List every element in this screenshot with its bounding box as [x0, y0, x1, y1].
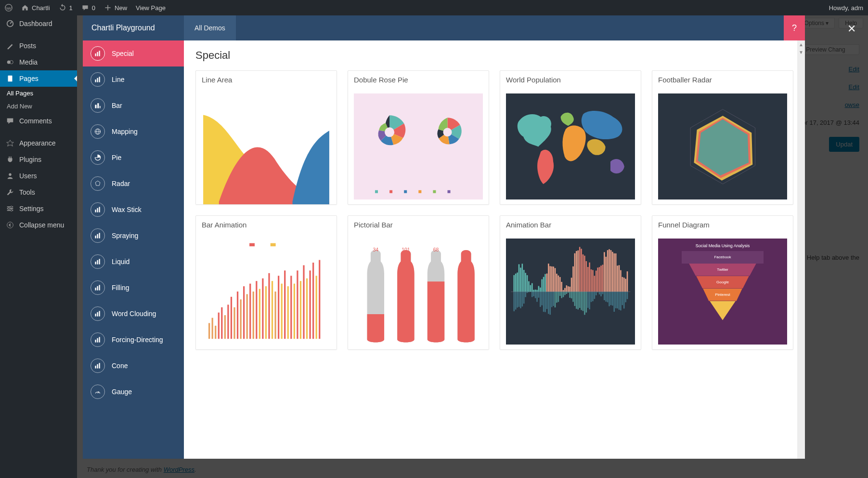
svg-rect-132	[538, 292, 539, 297]
wp-logo[interactable]	[5, 4, 13, 12]
svg-rect-52	[433, 190, 436, 193]
svg-rect-145	[549, 266, 551, 292]
card-footballer-radar[interactable]: Footballer Radar	[652, 70, 793, 205]
svg-rect-151	[554, 268, 556, 292]
svg-rect-106	[517, 292, 518, 307]
sidebar-item-special[interactable]: Special	[83, 40, 184, 66]
svg-rect-109	[520, 267, 521, 292]
svg-rect-64	[218, 313, 220, 339]
menu-posts[interactable]: Posts	[0, 38, 77, 54]
svg-rect-147	[551, 266, 553, 292]
tab-all-demos[interactable]: All Demos	[184, 15, 236, 40]
svg-rect-142	[546, 292, 547, 309]
menu-appearance[interactable]: Appearance	[0, 135, 77, 151]
svg-rect-135	[541, 279, 543, 292]
scroll-up-icon[interactable]: ▲	[797, 40, 805, 48]
sidebar-item-wax-stick[interactable]: Wax Stick	[83, 197, 184, 223]
svg-rect-138	[543, 292, 544, 312]
svg-rect-181	[579, 247, 581, 292]
svg-rect-17	[97, 78, 98, 82]
svg-rect-77	[259, 289, 260, 339]
card-animation-bar[interactable]: Animation Bar	[500, 215, 641, 350]
card-funnel-diagram[interactable]: Funnel Diagram Social Media Using Analys…	[652, 215, 793, 350]
card-pictorial-bar[interactable]: Pictorial Bar	[348, 215, 489, 350]
svg-rect-193	[589, 262, 590, 292]
sidebar-item-pie[interactable]: Pie	[83, 145, 184, 171]
svg-rect-102	[513, 292, 515, 311]
svg-point-12	[7, 222, 13, 228]
svg-rect-90	[300, 281, 301, 339]
svg-rect-36	[95, 314, 96, 317]
updates-link[interactable]: 1	[59, 4, 73, 12]
sidebar-item-filling[interactable]: Filling	[83, 275, 184, 301]
svg-rect-143	[548, 264, 549, 292]
chart-icon	[91, 72, 105, 87]
svg-rect-73	[246, 294, 248, 339]
modal-help-button[interactable]: ?	[784, 15, 805, 40]
menu-users[interactable]: Users	[0, 168, 77, 184]
svg-rect-133	[540, 287, 541, 292]
modal-scrollbar[interactable]: ▲ ▼	[797, 40, 805, 459]
sidebar-item-liquid[interactable]: Liquid	[83, 249, 184, 275]
card-title: Funnel Diagram	[652, 216, 793, 234]
sidebar-item-word-clouding[interactable]: Word Clouding	[83, 301, 184, 327]
svg-rect-198	[592, 292, 594, 301]
svg-rect-104	[515, 292, 517, 309]
card-line-area[interactable]: Line Area	[195, 70, 337, 205]
funnel-segment	[710, 301, 736, 320]
svg-rect-51	[418, 190, 421, 193]
svg-rect-210	[602, 292, 603, 294]
svg-rect-175	[574, 253, 575, 292]
svg-rect-141	[546, 273, 547, 292]
howdy-user[interactable]: Howdy, adm	[829, 4, 863, 12]
svg-rect-179	[577, 250, 579, 292]
card-title: World Population	[500, 71, 641, 89]
svg-rect-237	[625, 279, 626, 292]
menu-comments[interactable]: Comments	[0, 113, 77, 129]
svg-rect-167	[568, 286, 569, 292]
svg-rect-192	[587, 292, 589, 307]
menu-settings[interactable]: Settings	[0, 200, 77, 217]
svg-rect-37	[97, 312, 98, 317]
submenu-add-new-page[interactable]: Add New	[0, 100, 77, 113]
card-bar-animation[interactable]: Bar Animation	[195, 215, 337, 350]
menu-pages[interactable]: Pages	[0, 70, 77, 87]
svg-rect-216	[607, 292, 609, 302]
comments-link[interactable]: 0	[81, 4, 95, 12]
modal-sidebar: Special Line Bar Mapping Pie Radar Wax S…	[83, 40, 184, 459]
svg-point-10	[8, 208, 10, 210]
menu-dashboard[interactable]: Dashboard	[0, 15, 77, 32]
menu-media[interactable]: Media	[0, 54, 77, 70]
view-page-link[interactable]: View Page	[136, 4, 166, 12]
svg-rect-129	[536, 290, 538, 292]
svg-rect-158	[559, 292, 561, 296]
svg-rect-197	[592, 270, 594, 292]
card-world-population[interactable]: World Population	[500, 70, 641, 205]
submenu-all-pages[interactable]: All Pages	[0, 87, 77, 100]
close-icon[interactable]: ✕	[847, 23, 856, 35]
card-double-rose-pie[interactable]: Dobule Rose Pie	[348, 70, 489, 205]
scroll-down-icon[interactable]: ▼	[797, 48, 805, 56]
menu-collapse[interactable]: Collapse menu	[0, 217, 77, 233]
svg-rect-86	[287, 286, 289, 339]
svg-rect-29	[99, 233, 100, 238]
sidebar-item-line[interactable]: Line	[83, 66, 184, 93]
sidebar-item-forcing-directing[interactable]: Forcing-Directing	[83, 327, 184, 353]
sidebar-item-radar[interactable]: Radar	[83, 171, 184, 197]
svg-rect-40	[97, 338, 98, 343]
svg-rect-65	[221, 307, 222, 339]
svg-rect-124	[531, 292, 533, 297]
sidebar-item-bar[interactable]: Bar	[83, 93, 184, 119]
sidebar-item-gauge[interactable]: Gauge	[83, 379, 184, 405]
svg-rect-205	[598, 267, 600, 292]
funnel-segment: Twitter	[689, 264, 756, 276]
new-label: New	[115, 4, 127, 12]
sidebar-item-spraying[interactable]: Spraying	[83, 223, 184, 249]
svg-rect-111	[521, 264, 523, 292]
sidebar-item-mapping[interactable]: Mapping	[83, 119, 184, 145]
new-link[interactable]: New	[104, 4, 127, 12]
site-home-link[interactable]: Chartli	[21, 4, 50, 12]
menu-tools[interactable]: Tools	[0, 184, 77, 200]
sidebar-item-cone[interactable]: Cone	[83, 353, 184, 379]
menu-plugins[interactable]: Plugins	[0, 151, 77, 168]
